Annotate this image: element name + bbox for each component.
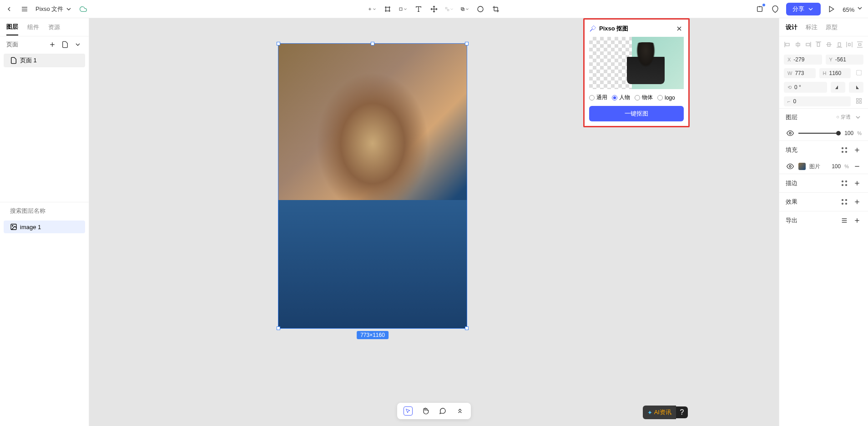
resize-handle-tm[interactable] bbox=[371, 42, 374, 45]
layer-item[interactable]: image 1 bbox=[4, 221, 85, 233]
corner-field[interactable]: ⌐0 bbox=[784, 96, 851, 106]
resize-handle-tr[interactable] bbox=[465, 42, 469, 45]
svg-rect-19 bbox=[757, 6, 762, 11]
svg-rect-56 bbox=[857, 99, 858, 100]
tab-design[interactable]: 设计 bbox=[786, 23, 797, 31]
resize-handle-bl[interactable] bbox=[277, 326, 280, 330]
fill-visibility-icon[interactable] bbox=[786, 162, 795, 171]
selection-box[interactable]: 773×1160 bbox=[278, 43, 467, 329]
resize-handle-tl[interactable] bbox=[277, 42, 280, 45]
move-tool-icon[interactable] bbox=[429, 5, 439, 14]
frame-tool-icon[interactable] bbox=[383, 5, 392, 14]
page-folder-icon[interactable] bbox=[61, 40, 70, 49]
distribute-h-icon[interactable] bbox=[846, 40, 853, 49]
component-tool-icon[interactable] bbox=[445, 5, 454, 14]
add-fill-icon[interactable] bbox=[853, 145, 862, 155]
file-title[interactable]: Pixso 文件 bbox=[35, 5, 72, 13]
x-field[interactable]: X-279 bbox=[784, 55, 822, 65]
canvas[interactable]: 773×1160 Pixso 抠图 通用 人物 物体 logo 一键抠图 bbox=[89, 18, 779, 426]
help-icon[interactable]: ? bbox=[676, 406, 688, 418]
tab-prototype[interactable]: 原型 bbox=[826, 23, 838, 31]
align-center-h-icon[interactable] bbox=[794, 40, 802, 49]
svg-point-61 bbox=[842, 148, 843, 149]
stroke-style-icon[interactable] bbox=[840, 179, 849, 188]
add-page-icon[interactable] bbox=[48, 40, 57, 49]
svg-point-75 bbox=[842, 200, 843, 201]
plugin-icon[interactable] bbox=[755, 5, 764, 14]
rotation-field[interactable]: ⟲0 ° bbox=[784, 82, 827, 93]
menu-icon[interactable] bbox=[20, 5, 29, 14]
cutout-option-logo[interactable]: logo bbox=[657, 94, 675, 101]
bottom-toolbar bbox=[397, 403, 471, 419]
cutout-option-general[interactable]: 通用 bbox=[589, 94, 607, 101]
svg-point-76 bbox=[846, 200, 847, 201]
shape-tool-icon[interactable] bbox=[399, 5, 408, 14]
share-button[interactable]: 分享 bbox=[786, 3, 821, 15]
svg-rect-14 bbox=[445, 7, 447, 9]
lock-ratio-icon[interactable] bbox=[854, 68, 863, 77]
right-panel: 设计 标注 原型 X-279 Y-561 W773 H1160 ⟲0 ° bbox=[779, 18, 868, 426]
ai-help-widget[interactable]: ✦AI资讯 ? bbox=[643, 406, 688, 419]
svg-rect-48 bbox=[838, 43, 840, 46]
align-right-icon[interactable] bbox=[804, 40, 812, 49]
svg-rect-16 bbox=[461, 7, 464, 10]
svg-rect-58 bbox=[857, 101, 858, 103]
left-panel: 图层 组件 资源 页面 页面 1 bbox=[0, 18, 89, 426]
hand-tool-icon[interactable] bbox=[421, 406, 430, 416]
opacity-slider[interactable] bbox=[798, 133, 841, 134]
cutout-option-object[interactable]: 物体 bbox=[635, 94, 653, 101]
fill-swatch[interactable] bbox=[798, 163, 806, 170]
export-settings-icon[interactable] bbox=[840, 216, 849, 225]
align-left-icon[interactable] bbox=[784, 40, 791, 49]
cutout-option-person[interactable]: 人物 bbox=[612, 94, 630, 101]
comment-tool-icon[interactable] bbox=[438, 406, 447, 416]
selected-image[interactable] bbox=[278, 44, 467, 328]
tab-annotate[interactable]: 标注 bbox=[806, 23, 818, 31]
page-item[interactable]: 页面 1 bbox=[4, 54, 85, 67]
h-field[interactable]: H1160 bbox=[819, 68, 851, 78]
svg-rect-54 bbox=[858, 44, 861, 45]
ellipse-tool-icon[interactable] bbox=[476, 5, 485, 14]
magic-wand-icon bbox=[589, 25, 596, 32]
location-icon[interactable] bbox=[771, 5, 780, 14]
flip-v-field[interactable] bbox=[849, 82, 863, 93]
cursor-tool-icon[interactable] bbox=[404, 406, 413, 416]
crop-tool-icon[interactable] bbox=[491, 5, 500, 14]
effect-style-icon[interactable] bbox=[840, 197, 849, 206]
file-title-text: Pixso 文件 bbox=[35, 5, 63, 13]
back-icon[interactable] bbox=[5, 5, 14, 14]
play-icon[interactable] bbox=[827, 5, 836, 14]
add-tool-icon[interactable] bbox=[368, 5, 377, 14]
close-icon[interactable] bbox=[675, 24, 684, 33]
svg-rect-15 bbox=[447, 9, 449, 10]
svg-rect-57 bbox=[859, 99, 861, 100]
add-effect-icon[interactable] bbox=[853, 197, 862, 206]
cloud-sync-icon[interactable] bbox=[79, 5, 88, 14]
text-tool-icon[interactable] bbox=[414, 5, 423, 14]
w-field[interactable]: W773 bbox=[784, 68, 816, 78]
tab-components[interactable]: 组件 bbox=[27, 20, 39, 35]
tab-layers[interactable]: 图层 bbox=[6, 19, 18, 35]
tab-assets[interactable]: 资源 bbox=[48, 20, 60, 35]
add-export-icon[interactable] bbox=[853, 216, 862, 225]
cutout-action-button[interactable]: 一键抠图 bbox=[589, 106, 684, 121]
align-center-v-icon[interactable] bbox=[825, 40, 833, 49]
resize-handle-br[interactable] bbox=[465, 326, 469, 330]
cutout-preview bbox=[589, 37, 684, 89]
svg-point-63 bbox=[842, 151, 843, 153]
collapse-pages-icon[interactable] bbox=[73, 40, 82, 49]
fill-style-icon[interactable] bbox=[840, 145, 849, 155]
visibility-icon[interactable] bbox=[786, 129, 795, 138]
zoom-control[interactable]: 65% bbox=[843, 5, 863, 13]
align-top-icon[interactable] bbox=[815, 40, 822, 49]
remove-fill-icon[interactable] bbox=[853, 162, 862, 171]
add-stroke-icon[interactable] bbox=[853, 179, 862, 188]
align-bottom-icon[interactable] bbox=[836, 40, 843, 49]
boolean-tool-icon[interactable] bbox=[460, 5, 469, 14]
corner-expand-icon[interactable] bbox=[854, 96, 863, 105]
distribute-v-icon[interactable] bbox=[856, 40, 863, 49]
layer-search-input[interactable] bbox=[10, 207, 86, 214]
flip-h-field[interactable] bbox=[831, 82, 845, 93]
y-field[interactable]: Y-561 bbox=[826, 55, 864, 65]
expand-toolbar-icon[interactable] bbox=[455, 406, 464, 416]
